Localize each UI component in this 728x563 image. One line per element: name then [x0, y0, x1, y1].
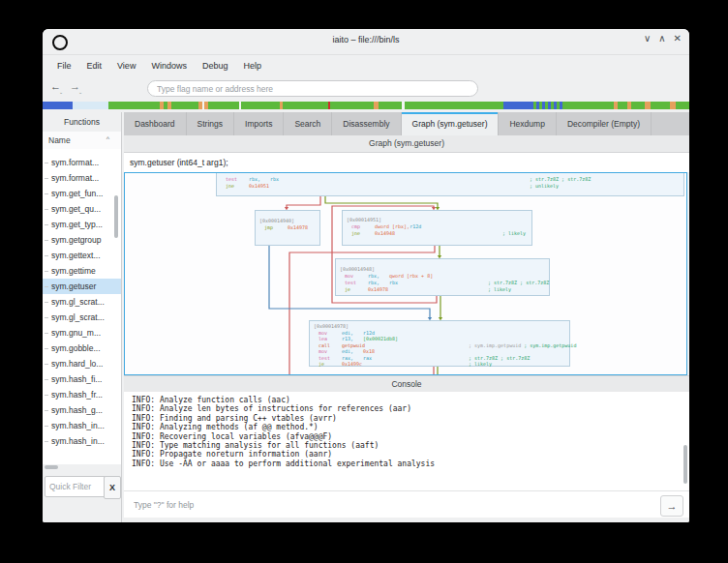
console-send-button[interactable]: → — [660, 495, 683, 517]
tab-disassembly[interactable]: Disassembly — [332, 112, 401, 135]
function-list-item[interactable]: sym.get_typ... — [43, 217, 121, 232]
forward-dropdown-icon[interactable]: ⌄ — [78, 89, 82, 95]
console-log-line: INFO: Analyze len bytes of instructions … — [132, 404, 682, 413]
navbar-segment — [73, 102, 108, 109]
menu-windows[interactable]: Windows — [144, 58, 194, 74]
tab-graph-sym-getuser-[interactable]: Graph (sym.getuser) — [402, 112, 500, 135]
asm-line: je0x14978; likely — [336, 286, 549, 293]
graph-basic-block[interactable]: [0x00014951]cmpdword [rbx],r12djne0x1494… — [342, 210, 532, 246]
function-list-item[interactable]: sym.getuser — [43, 279, 121, 294]
console-scrollbar[interactable] — [683, 445, 687, 484]
asm-comment: ; str.7z8Z ; str.7z8Z — [530, 176, 591, 183]
console-output[interactable]: INFO: Analyze function calls (aac)INFO: … — [124, 392, 689, 490]
asm-line: [0x00014940] — [256, 218, 319, 224]
asm-comment: ; likely — [469, 361, 492, 368]
title-bar[interactable]: iaito – file:///bin/ls ∨ ∧ ✕ — [43, 29, 689, 55]
menu-file[interactable]: File — [50, 58, 78, 74]
window-bottom-frame — [124, 518, 689, 522]
function-list-item[interactable]: sym.hash_fi... — [43, 371, 121, 387]
close-button[interactable]: ✕ — [674, 33, 682, 44]
function-list-item[interactable]: sym.format... — [43, 155, 121, 170]
asm-line: [0x00014951] — [343, 217, 531, 223]
graph-panel-header[interactable]: Graph (sym.getuser) — [124, 135, 689, 153]
function-list-item[interactable]: sym.gobble... — [43, 341, 121, 356]
graph-basic-block[interactable]: [0x00014948]movrbx,qword [rbx + 8]testrb… — [335, 258, 550, 296]
desktop: { "window": { "title": "iaito – file:///… — [0, 0, 728, 563]
content-area: DashboardStringsImportsSearchDisassembly… — [124, 112, 689, 522]
address-input[interactable] — [147, 80, 478, 97]
console-log-line: INFO: Recovering local variables (afva@@… — [132, 432, 682, 441]
function-list-item[interactable]: sym.format... — [43, 170, 121, 186]
menu-view[interactable]: View — [110, 58, 142, 74]
function-list-hscrollbar[interactable] — [45, 465, 58, 469]
column-header-name[interactable]: Name — [48, 135, 71, 145]
minimize-button[interactable]: ∨ — [644, 33, 651, 44]
function-list-item[interactable]: sym.hash_in... — [43, 433, 121, 449]
navbar-segment — [565, 102, 614, 109]
tab-dashboard[interactable]: Dashboard — [124, 112, 187, 135]
navbar-segment — [283, 102, 328, 109]
navbar-segment — [676, 102, 689, 109]
asm-line: [0x00014948] — [336, 266, 549, 273]
function-list-item[interactable]: sym.getgroup — [43, 232, 121, 248]
function-list-item[interactable]: sym.hash_in... — [43, 418, 121, 433]
asm-line: testrbx,rbx; str.7z8Z ; str.7z8Z — [217, 176, 683, 183]
console-input-row: → — [124, 490, 689, 519]
maximize-button[interactable]: ∧ — [658, 33, 665, 44]
sort-ascending-icon[interactable]: ^ — [106, 135, 109, 142]
menu-help[interactable]: Help — [236, 58, 268, 74]
function-list-item[interactable]: sym.gl_scrat... — [43, 294, 121, 310]
console-command-input[interactable] — [128, 496, 662, 514]
navbar-segment — [503, 102, 531, 109]
console-log-line: INFO: Analyze function calls (aac) — [132, 396, 682, 404]
asm-comment: ; str.7z8Z ; str.7z8Z — [488, 280, 549, 286]
app-window: iaito – file:///bin/ls ∨ ∧ ✕ FileEditVie… — [43, 29, 689, 522]
memory-navbar[interactable] — [43, 101, 689, 110]
functions-panel: Functions Name ^ sym.format...sym.format… — [43, 112, 122, 522]
console-log-line: INFO: Finding and parsing C++ vtables (a… — [132, 414, 682, 423]
navbar-segment — [631, 102, 645, 109]
tab-bar: DashboardStringsImportsSearchDisassembly… — [124, 112, 689, 136]
asm-line: testrbx,rbx; str.7z8Z ; str.7z8Z — [336, 280, 549, 286]
asm-line: jmp0x14978 — [256, 224, 319, 231]
window-title: iaito – file:///bin/ls — [43, 35, 689, 44]
tab-hexdump[interactable]: Hexdump — [499, 112, 556, 135]
function-list-item[interactable]: sym.gettext... — [43, 248, 121, 263]
function-list-item[interactable]: sym.get_qu... — [43, 201, 121, 217]
window-controls: ∨ ∧ ✕ — [644, 33, 682, 44]
tab-imports[interactable]: Imports — [234, 112, 284, 135]
functions-panel-title: Functions — [43, 112, 121, 133]
function-list-item[interactable]: sym.get_fun... — [43, 186, 121, 201]
console-log-line: INFO: Use -AA or aaaa to perform additio… — [132, 459, 682, 468]
quick-filter-input[interactable] — [45, 476, 106, 497]
graph-basic-block[interactable]: [0x00014978]movedi,r12dlear13,[0x00021db… — [309, 320, 570, 367]
function-list[interactable]: sym.format...sym.format...sym.get_fun...… — [43, 149, 121, 464]
asm-comment: ; likely — [502, 230, 526, 237]
function-list-item[interactable]: sym.hard_lo... — [43, 356, 121, 371]
function-list-item[interactable]: sym.gettime — [43, 263, 121, 279]
navbar-segment — [330, 102, 374, 109]
tab-decompiler-empty-[interactable]: Decompiler (Empty) — [557, 112, 652, 135]
menu-edit[interactable]: Edit — [80, 58, 109, 74]
console-log-line: INFO: Type matching analysis for all fun… — [132, 441, 682, 450]
function-list-item[interactable]: sym.hash_fr... — [43, 387, 121, 402]
navbar-segment — [651, 102, 670, 109]
back-dropdown-icon[interactable]: ⌄ — [59, 89, 63, 95]
console-log-line: INFO: Analyzing methods (af @@ method.*) — [132, 423, 682, 431]
asm-line: jne0x14951; unlikely — [217, 183, 683, 190]
toolbar: ← ⌄ → ⌄ ∨ — [43, 77, 689, 101]
functions-column-header[interactable]: Name ^ — [43, 132, 121, 150]
menu-debug[interactable]: Debug — [196, 58, 235, 74]
function-list-item[interactable]: sym.gl_scrat... — [43, 310, 121, 325]
asm-comment: ; unlikely — [530, 183, 559, 190]
function-list-item[interactable]: sym.gnu_m... — [43, 325, 121, 341]
tab-strings[interactable]: Strings — [187, 112, 234, 135]
function-list-vscrollbar[interactable] — [114, 195, 118, 238]
tab-search[interactable]: Search — [284, 112, 332, 135]
navbar-segment — [208, 102, 239, 109]
graph-basic-block[interactable]: testrbx,rbx; str.7z8Z ; str.7z8Zjne0x149… — [216, 172, 684, 196]
clear-filter-button[interactable]: X — [104, 476, 121, 499]
graph-basic-block[interactable]: [0x00014940]jmp0x14978 — [255, 210, 320, 246]
graph-view[interactable]: testrbx,rbx; str.7z8Z ; str.7z8Zjne0x149… — [124, 172, 687, 375]
function-list-item[interactable]: sym.hash_g... — [43, 402, 121, 418]
